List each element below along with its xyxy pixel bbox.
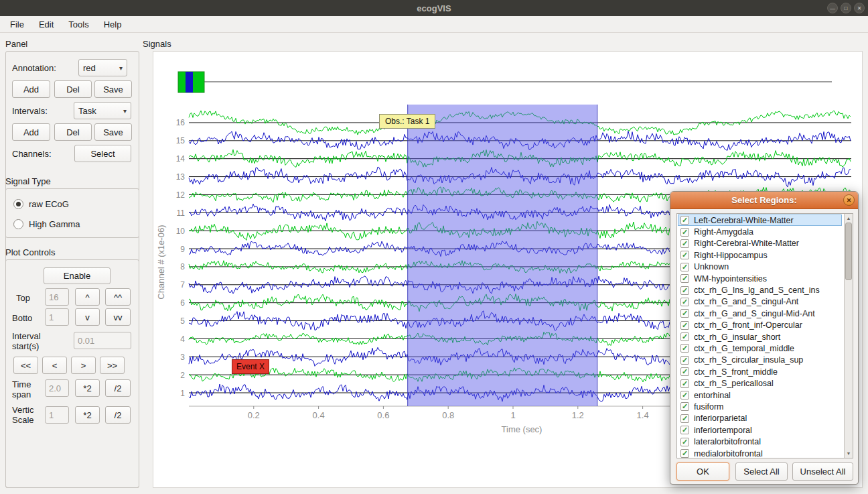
dialog-close-button[interactable]: ✕	[843, 194, 855, 206]
ok-button[interactable]: OK	[676, 462, 729, 481]
channel-down-fast-button[interactable]: vv	[105, 308, 131, 326]
plot-controls-title: Plot Controls	[5, 247, 55, 257]
checkbox-checked-icon[interactable]: ✓	[680, 309, 689, 318]
channel-down-button[interactable]: v	[75, 308, 100, 326]
time-span-half-button[interactable]: /2	[105, 379, 131, 397]
timeline-window-indicator[interactable]	[186, 72, 193, 92]
top-channel-input[interactable]	[45, 288, 69, 306]
time-span-input[interactable]	[45, 379, 69, 397]
radio-raw-ecog[interactable]: raw ECoG	[13, 198, 69, 210]
region-list-item[interactable]: ✓ ctx_rh_G_Ins_lg_and_S_cent_ins	[678, 284, 842, 296]
page-forward-button[interactable]: >>	[100, 357, 125, 374]
vertical-scale-double-button[interactable]: *2	[75, 406, 100, 424]
checkbox-checked-icon[interactable]: ✓	[680, 298, 689, 306]
checkbox-checked-icon[interactable]: ✓	[680, 426, 689, 434]
checkbox-checked-icon[interactable]: ✓	[680, 251, 689, 259]
page-back-button[interactable]: <<	[13, 357, 38, 374]
close-button[interactable]: ✕	[854, 3, 865, 13]
menu-edit[interactable]: Edit	[31, 16, 61, 32]
checkbox-checked-icon[interactable]: ✓	[680, 438, 689, 446]
region-name: Unknown	[694, 262, 729, 271]
region-list-item[interactable]: ✓ medialorbitofrontal	[678, 448, 842, 458]
region-list-item[interactable]: ✓ Right-Amygdala	[678, 226, 842, 237]
time-span-double-button[interactable]: *2	[75, 379, 100, 397]
menu-help[interactable]: Help	[96, 16, 129, 32]
region-list-item[interactable]: ✓ ctx_rh_S_circular_insula_sup	[678, 355, 842, 366]
scrollbar-thumb[interactable]	[845, 223, 852, 280]
vertical-scale-half-button[interactable]: /2	[105, 406, 131, 424]
region-list-item[interactable]: ✓ Right-Hippocampus	[678, 249, 842, 261]
radio-high-gamma[interactable]: High Gamma	[13, 219, 80, 230]
region-list-item[interactable]: ✓ ctx_rh_G_and_S_cingul-Mid-Ant	[678, 308, 842, 319]
checkbox-checked-icon[interactable]: ✓	[680, 449, 689, 458]
checkbox-checked-icon[interactable]: ✓	[680, 228, 689, 237]
menu-file[interactable]: File	[3, 16, 31, 32]
region-list-item[interactable]: ✓ ctx_rh_G_temporal_middle	[678, 343, 842, 354]
step-forward-button[interactable]: >	[71, 357, 96, 374]
region-list-item[interactable]: ✓ lateralorbitofrontal	[678, 436, 842, 447]
region-list-item[interactable]: ✓ Right-Cerebral-White-Matter	[678, 238, 842, 249]
bottom-channel-input[interactable]	[45, 308, 69, 326]
step-back-button[interactable]: <	[42, 357, 67, 374]
region-list-item[interactable]: ✓ ctx_rh_G_insular_short	[678, 331, 842, 343]
region-list-item[interactable]: ✓ entorhinal	[678, 389, 842, 401]
dialog-titlebar[interactable]: Select Regions: ✕	[670, 192, 858, 209]
select-all-button[interactable]: Select All	[735, 462, 788, 481]
region-list-item[interactable]: ✓ ctx_rh_S_pericallosal	[678, 377, 842, 389]
region-list-item[interactable]: ✓ ctx_rh_G_front_inf-Opercular	[678, 320, 842, 331]
annotation-del-button[interactable]: Del	[54, 80, 92, 98]
region-list-scrollbar[interactable]: ▲ ▼	[844, 214, 853, 458]
event-annotation-label[interactable]: Event X	[232, 359, 269, 374]
annotation-add-button[interactable]: Add	[12, 80, 50, 98]
checkbox-checked-icon[interactable]: ✓	[680, 402, 689, 411]
region-list-item[interactable]: ✓ ctx_rh_G_and_S_cingul-Ant	[678, 296, 842, 308]
scroll-up-icon[interactable]: ▲	[845, 214, 853, 223]
checkbox-checked-icon[interactable]: ✓	[680, 367, 689, 376]
region-name: lateralorbitofrontal	[694, 437, 761, 446]
menu-tools[interactable]: Tools	[61, 16, 96, 32]
intervals-save-button[interactable]: Save	[94, 123, 132, 141]
annotation-save-button[interactable]: Save	[94, 80, 132, 98]
checkbox-checked-icon[interactable]: ✓	[680, 379, 689, 388]
checkbox-checked-icon[interactable]: ✓	[680, 356, 689, 365]
enable-button[interactable]: Enable	[44, 267, 111, 284]
chevron-down-icon: ▾	[123, 107, 127, 115]
checkbox-checked-icon[interactable]: ✓	[680, 391, 689, 399]
channels-select-button[interactable]: Select	[74, 145, 131, 162]
scroll-down-icon[interactable]: ▼	[845, 449, 853, 458]
task-interval-overlay[interactable]	[408, 105, 597, 406]
x-axis-label: Time (sec)	[502, 424, 542, 434]
maximize-button[interactable]: □	[841, 3, 851, 13]
region-list-item[interactable]: ✓ WM-hypointensities	[678, 273, 842, 284]
panel-section-title: Panel	[5, 39, 27, 49]
y-tick-label: 13	[176, 172, 186, 182]
minimize-button[interactable]: —	[827, 3, 838, 13]
region-list-item[interactable]: ✓ inferiortemporal	[678, 424, 842, 436]
checkbox-checked-icon[interactable]: ✓	[680, 344, 689, 353]
region-list-item[interactable]: ✓ Left-Cerebral-White-Matter	[678, 214, 842, 226]
intervals-del-button[interactable]: Del	[54, 123, 92, 141]
vertical-scale-input[interactable]	[45, 406, 69, 424]
checkbox-checked-icon[interactable]: ✓	[680, 239, 689, 248]
channel-up-button[interactable]: ^	[75, 288, 100, 306]
region-list-item[interactable]: ✓ inferiorparietal	[678, 413, 842, 424]
unselect-all-button[interactable]: Unselect All	[792, 462, 853, 481]
interval-annotation-label[interactable]: Obs.: Task 1	[379, 114, 435, 129]
checkbox-checked-icon[interactable]: ✓	[680, 414, 689, 423]
intervals-select[interactable]: Task ▾	[74, 102, 131, 119]
checkbox-checked-icon[interactable]: ✓	[680, 216, 689, 225]
checkbox-checked-icon[interactable]: ✓	[680, 286, 689, 295]
close-icon: ✕	[857, 5, 862, 11]
region-list-item[interactable]: ✓ Unknown	[678, 261, 842, 273]
region-list-item[interactable]: ✓ fusiform	[678, 401, 842, 412]
checkbox-checked-icon[interactable]: ✓	[680, 263, 689, 271]
checkbox-checked-icon[interactable]: ✓	[680, 332, 689, 341]
x-tick-label: 1.4	[637, 410, 649, 420]
intervals-add-button[interactable]: Add	[12, 123, 50, 141]
checkbox-checked-icon[interactable]: ✓	[680, 274, 689, 283]
interval-start-input[interactable]	[74, 332, 131, 349]
annotation-select[interactable]: red ▾	[78, 59, 127, 76]
region-list-item[interactable]: ✓ ctx_rh_S_front_middle	[678, 366, 842, 377]
channel-up-fast-button[interactable]: ^^	[105, 288, 131, 306]
checkbox-checked-icon[interactable]: ✓	[680, 321, 689, 330]
